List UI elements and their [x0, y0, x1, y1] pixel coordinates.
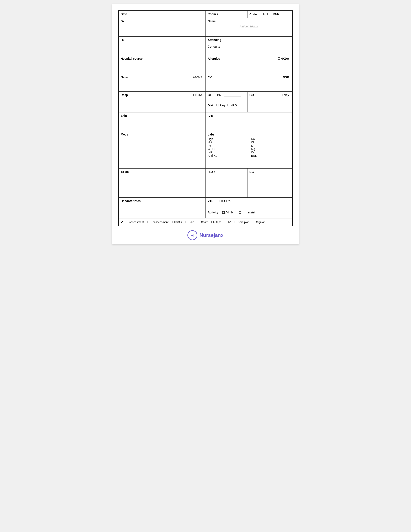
logo-circle: nj	[187, 230, 197, 240]
dnr-checkbox[interactable]	[270, 13, 272, 15]
nkda-checkbox-item[interactable]: NKDA	[277, 57, 289, 60]
foley-checkbox-item[interactable]: Foley	[279, 93, 289, 97]
nkda-checkbox[interactable]	[277, 57, 280, 60]
activity-label: Activity	[208, 211, 218, 214]
npo-checkbox-item[interactable]: NPO	[228, 104, 237, 107]
labs-label: Labs	[208, 133, 215, 136]
scds-label: SCD's	[222, 199, 230, 203]
aox3-checkbox-item[interactable]: A&Ox3	[190, 76, 202, 79]
cv-label: CV	[208, 76, 212, 79]
lab-cl: Cl	[251, 141, 290, 144]
code-label: Code	[249, 13, 257, 16]
hx-label: Hx	[121, 38, 124, 42]
dnr-checkbox-item[interactable]: DNR	[270, 12, 279, 16]
nkda-label: NKDA	[281, 57, 289, 60]
footer-ios-checkbox[interactable]	[172, 221, 174, 223]
iv-label: IV	[228, 220, 231, 224]
patient-sticker: Patient Sticker	[208, 23, 290, 30]
footer-ios-checkbox-item[interactable]: I&O's	[172, 220, 182, 224]
labs-grid: Hgb Hct Plt WBC INR Anti-Xa Na Cl K Mg C…	[208, 137, 290, 157]
lab-k: K	[251, 144, 290, 147]
neuro-label: Neuro	[121, 76, 129, 79]
full-label: Full	[263, 12, 268, 16]
full-checkbox[interactable]	[260, 13, 262, 15]
gi-label: GI	[208, 93, 211, 97]
lab-wbc: WBC	[208, 147, 247, 151]
cta-checkbox[interactable]	[193, 94, 196, 96]
bg-label: BG	[249, 170, 254, 173]
logo-nurse: Nurse	[200, 232, 214, 238]
meds-label: Meds	[121, 133, 128, 136]
aox3-checkbox[interactable]	[190, 76, 192, 78]
lab-hct: Hct	[208, 141, 247, 144]
lab-bun: BUN	[251, 154, 290, 157]
full-checkbox-item[interactable]: Full	[260, 12, 268, 16]
chart-checkbox[interactable]	[198, 221, 200, 223]
iv-checkbox-item[interactable]: IV	[225, 220, 231, 224]
logo-text: Nursejanx	[200, 232, 224, 238]
foley-checkbox[interactable]	[279, 94, 281, 96]
npo-checkbox[interactable]	[228, 104, 230, 106]
allergies-label: Allergies	[208, 57, 220, 60]
npo-label: NPO	[231, 104, 237, 107]
gu-label: GU	[249, 93, 254, 97]
checkmark: ✓	[121, 220, 124, 224]
lab-mg: Mg	[251, 147, 290, 151]
lab-antixa: Anti-Xa	[208, 154, 247, 157]
assessment-checkbox[interactable]	[126, 221, 128, 223]
logo-area: nj Nursejanx	[118, 230, 293, 240]
assist-checkbox-item[interactable]: ___ assist	[239, 211, 255, 214]
sign-off-checkbox-item[interactable]: Sign off	[253, 220, 265, 224]
chart-checkbox-item[interactable]: Chart	[198, 220, 208, 224]
dnr-label: DNR	[273, 12, 279, 16]
strips-checkbox-item[interactable]: Strips	[211, 220, 221, 224]
labs-right-col: Na Cl K Mg Cr BUN	[251, 137, 290, 157]
aox3-label: A&Ox3	[193, 76, 202, 79]
reassessment-label: Reassessment	[151, 220, 169, 224]
care-plan-checkbox-item[interactable]: Care plan	[235, 220, 249, 224]
chart-label: Chart	[201, 220, 208, 224]
iv-checkbox[interactable]	[225, 221, 227, 223]
adlib-checkbox[interactable]	[222, 211, 225, 214]
nsr-checkbox-item[interactable]: NSR	[280, 76, 289, 79]
assessment-checkbox-item[interactable]: Assessment	[126, 220, 144, 224]
lab-na: Na	[251, 137, 290, 141]
bm-checkbox[interactable]	[214, 94, 216, 96]
care-plan-checkbox[interactable]	[235, 221, 237, 223]
foley-label: Foley	[282, 93, 289, 97]
scds-checkbox[interactable]	[219, 200, 221, 202]
logo-initials: nj	[191, 234, 194, 237]
strips-checkbox[interactable]	[211, 221, 214, 223]
dx-label: Dx	[121, 19, 124, 23]
assist-checkbox[interactable]	[239, 211, 241, 214]
bm-checkbox-item[interactable]: BM:	[214, 93, 222, 97]
reassessment-checkbox-item[interactable]: Reassessment	[148, 220, 169, 224]
pain-label: Pain	[189, 220, 194, 224]
cta-checkbox-item[interactable]: CTA	[193, 93, 202, 97]
strips-label: Strips	[214, 220, 221, 224]
nsr-checkbox[interactable]	[280, 76, 282, 78]
pain-checkbox-item[interactable]: Pain	[186, 220, 194, 224]
cta-label: CTA	[197, 93, 202, 97]
pain-checkbox[interactable]	[186, 221, 188, 223]
reg-checkbox[interactable]	[217, 104, 219, 106]
todo-label: To Do	[121, 170, 129, 173]
attending-label: Attending	[208, 38, 221, 42]
assessment-label: Assessment	[129, 220, 144, 224]
consults-label: Consults	[208, 45, 220, 48]
bm-label: BM:	[217, 93, 222, 97]
diet-label: Diet	[208, 104, 213, 107]
lab-plt: Plt	[208, 144, 247, 147]
page: Date Room # Code Full DNR Dx	[112, 4, 299, 244]
reg-checkbox-item[interactable]: Reg	[217, 104, 225, 107]
reassessment-checkbox[interactable]	[148, 221, 150, 223]
lab-cr: Cr	[251, 151, 290, 154]
adlib-checkbox-item[interactable]: Ad lib	[222, 211, 233, 214]
scds-checkbox-item[interactable]: SCD's	[219, 199, 230, 203]
sign-off-checkbox[interactable]	[253, 221, 255, 223]
handoff-label: Handoff Notes	[121, 199, 141, 203]
labs-left-col: Hgb Hct Plt WBC INR Anti-Xa	[208, 137, 247, 157]
ivs-label: IV's	[208, 114, 213, 117]
hospital-course-label: Hospital course	[121, 57, 143, 60]
sign-off-label: Sign off	[256, 220, 265, 224]
